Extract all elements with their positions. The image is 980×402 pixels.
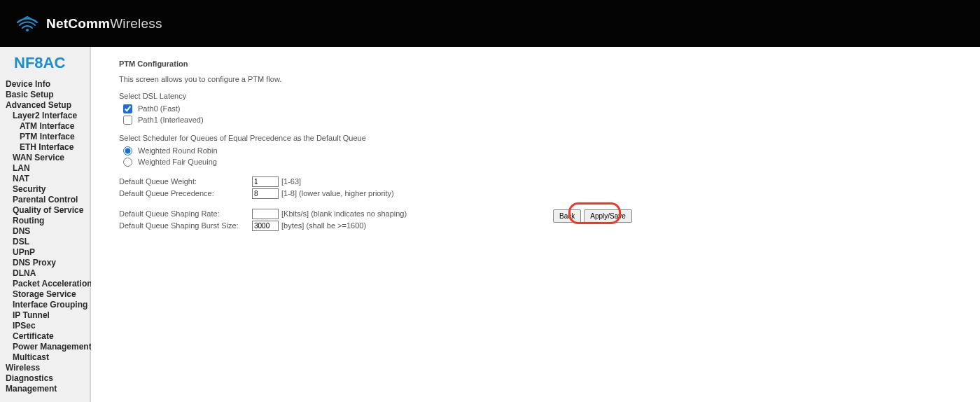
page-description: This screen allows you to configure a PT… (119, 75, 952, 83)
button-row: Back Apply/Save (553, 209, 632, 223)
nav-multicast[interactable]: Multicast (6, 352, 90, 363)
nav-device-info[interactable]: Device Info (6, 79, 90, 90)
brand-light: Wireless (110, 16, 162, 31)
nav-ip-tunnel[interactable]: IP Tunnel (6, 310, 90, 321)
precedence-label: Default Queue Precedence: (119, 188, 252, 200)
precedence-input[interactable] (252, 188, 279, 199)
nav-upnp[interactable]: UPnP (6, 247, 90, 258)
wfq-radio[interactable] (123, 158, 132, 167)
nav-parental-control[interactable]: Parental Control (6, 195, 90, 205)
nav-layer2-interface[interactable]: Layer2 Interface (6, 111, 90, 121)
dsl-latency-label: Select DSL Latency (119, 92, 952, 100)
nav-lan[interactable]: LAN (6, 163, 90, 174)
nav-quality-of-service[interactable]: Quality of Service (6, 205, 90, 216)
nav-diagnostics[interactable]: Diagnostics (6, 373, 90, 384)
wrr-row[interactable]: Weighted Round Robin (123, 145, 952, 156)
brand-logo: NetCommWireless (15, 15, 162, 33)
nav-dsl[interactable]: DSL (6, 237, 90, 247)
nav-dns[interactable]: DNS (6, 226, 90, 237)
brand-bold: NetComm (46, 16, 110, 31)
wfq-label: Weighted Fair Queuing (138, 156, 217, 167)
nav-management[interactable]: Management (6, 384, 90, 394)
shaping-burst-row: Default Queue Shaping Burst Size: [bytes… (119, 220, 952, 232)
nav-security[interactable]: Security (6, 184, 90, 195)
path1-checkbox[interactable] (123, 116, 132, 125)
page-title: PTM Configuration (119, 60, 952, 68)
path1-row[interactable]: Path1 (Interleaved) (123, 114, 952, 125)
path1-label: Path1 (Interleaved) (138, 114, 204, 125)
nav-atm-interface[interactable]: ATM Interface (6, 121, 90, 132)
wrr-radio[interactable] (123, 146, 132, 155)
nav-ipsec[interactable]: IPSec (6, 321, 90, 331)
shaping-burst-label: Default Queue Shaping Burst Size: (119, 220, 252, 232)
weight-label: Default Queue Weight: (119, 176, 252, 188)
path0-row[interactable]: Path0 (Fast) (123, 103, 952, 114)
back-button[interactable]: Back (553, 209, 581, 223)
nav-nat[interactable]: NAT (6, 174, 90, 184)
model-label: NF8AC (6, 53, 90, 72)
nav-dlna[interactable]: DLNA (6, 268, 90, 279)
shaping-burst-input[interactable] (252, 221, 279, 231)
nav-dns-proxy[interactable]: DNS Proxy (6, 258, 90, 268)
shaping-rate-input[interactable] (252, 209, 279, 219)
shaping-rate-hint: [Kbits/s] (blank indicates no shaping) (281, 208, 407, 220)
wrr-label: Weighted Round Robin (138, 145, 218, 156)
nav-basic-setup[interactable]: Basic Setup (6, 90, 90, 100)
nav-routing[interactable]: Routing (6, 216, 90, 226)
wifi-arc-icon (15, 15, 39, 33)
apply-save-button[interactable]: Apply/Save (584, 209, 632, 223)
nav-wan-service[interactable]: WAN Service (6, 153, 90, 163)
nav-power-management[interactable]: Power Management (6, 342, 90, 352)
weight-row: Default Queue Weight: [1-63] (119, 176, 952, 188)
nav-wireless[interactable]: Wireless (6, 363, 90, 373)
scheduler-label: Select Scheduler for Queues of Equal Pre… (119, 134, 952, 142)
nav-advanced-setup[interactable]: Advanced Setup (6, 100, 90, 111)
nav-certificate[interactable]: Certificate (6, 331, 90, 342)
weight-input[interactable] (252, 176, 279, 187)
top-bar: NetCommWireless (0, 0, 980, 47)
shaping-burst-hint: [bytes] (shall be >=1600) (281, 220, 366, 232)
nav-packet-acceleration[interactable]: Packet Acceleration (6, 279, 90, 289)
weight-hint: [1-63] (281, 176, 301, 188)
nav-ptm-interface[interactable]: PTM Interface (6, 132, 90, 142)
precedence-hint: [1-8] (lower value, higher priority) (281, 188, 394, 200)
svg-point-0 (26, 29, 29, 32)
content-pane: PTM Configuration This screen allows you… (91, 47, 980, 402)
path0-checkbox[interactable] (123, 104, 132, 113)
nav-interface-grouping[interactable]: Interface Grouping (6, 300, 90, 310)
nav-storage-service[interactable]: Storage Service (6, 289, 90, 300)
sidebar: NF8AC Device Info Basic Setup Advanced S… (0, 47, 91, 402)
nav-list: Device Info Basic Setup Advanced Setup L… (6, 79, 90, 394)
wfq-row[interactable]: Weighted Fair Queuing (123, 156, 952, 167)
brand-text: NetCommWireless (46, 16, 162, 32)
shaping-rate-row: Default Queue Shaping Rate: [Kbits/s] (b… (119, 208, 952, 220)
path0-label: Path0 (Fast) (138, 103, 181, 114)
precedence-row: Default Queue Precedence: [1-8] (lower v… (119, 188, 952, 200)
shaping-rate-label: Default Queue Shaping Rate: (119, 208, 252, 220)
nav-eth-interface[interactable]: ETH Interface (6, 142, 90, 153)
